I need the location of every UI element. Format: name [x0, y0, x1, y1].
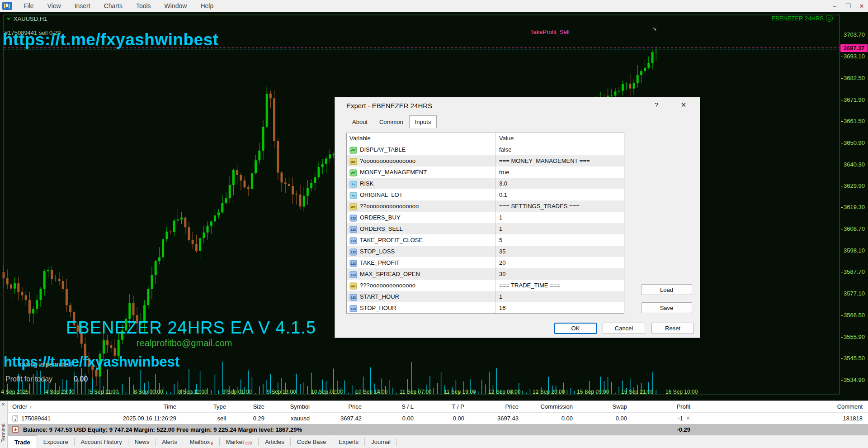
- input-row-orderssell[interactable]: 123ORDERS_SELL1: [347, 223, 624, 234]
- restore-icon[interactable]: ❐: [844, 3, 852, 10]
- column-header-commission[interactable]: Commission: [524, 401, 578, 412]
- input-value[interactable]: 1: [495, 212, 624, 223]
- column-header-sl[interactable]: S / L: [367, 401, 419, 412]
- input-row-risk[interactable]: ½RISK3.0: [347, 178, 624, 189]
- input-row-takeprofit[interactable]: 123TAKE_PROFIT20: [347, 257, 624, 268]
- terminal-tab-journal[interactable]: Journal: [365, 435, 397, 448]
- load-button[interactable]: Load: [641, 284, 692, 295]
- terminal-tab-label: Account History: [81, 438, 122, 445]
- terminal-tab-market[interactable]: Market122: [220, 435, 259, 448]
- terminal-tab-badge: 6: [211, 441, 213, 446]
- input-variable: MONEY_MANAGEMENT: [347, 167, 495, 178]
- terminal-tab-articles[interactable]: Articles: [259, 435, 291, 448]
- minimize-icon[interactable]: –: [831, 3, 838, 10]
- column-header-variable[interactable]: Variable: [347, 133, 495, 144]
- input-row-oooooooooooooooo[interactable]: ab??oooooooooooooooo=== SETTINGS_TRADES …: [347, 200, 624, 212]
- dialog-title: Expert - EBENEZER 24HRS: [346, 102, 432, 110]
- menu-item-window[interactable]: Window: [158, 0, 194, 12]
- menu-item-tools[interactable]: Tools: [129, 0, 158, 12]
- input-variable: ab??oooooooooooooooo: [347, 200, 495, 212]
- column-header-type[interactable]: Type: [182, 401, 231, 412]
- input-value[interactable]: 20: [495, 257, 624, 268]
- order-price-close: 3697.43: [470, 413, 524, 424]
- input-variable: 123TAKE_PROFIT: [347, 257, 495, 268]
- input-value[interactable]: 1: [495, 291, 624, 302]
- input-row-ordersbuy[interactable]: 123ORDERS_BUY1: [347, 212, 624, 223]
- price-axis[interactable]: 3703.703693.103682.503671.903661.503650.…: [840, 12, 868, 400]
- dialog-close-icon[interactable]: ✕: [679, 101, 689, 109]
- close-position-icon[interactable]: ✕: [686, 413, 690, 424]
- menu-item-view[interactable]: View: [41, 0, 68, 12]
- input-row-originallot[interactable]: ½ORIGINAL_LOT0.1: [347, 189, 624, 200]
- menu-item-insert[interactable]: Insert: [68, 0, 97, 12]
- tab-common[interactable]: Common: [373, 116, 409, 129]
- input-value[interactable]: 35: [495, 246, 624, 257]
- input-row-moneymanagement[interactable]: MONEY_MANAGEMENTtrue: [347, 167, 624, 178]
- column-header-value[interactable]: Value: [495, 133, 624, 144]
- time-tick: 5 Sep 11:00: [90, 389, 118, 395]
- order-row[interactable]: 1750894412025.09.16 11:26:29sell0.29xauu…: [8, 413, 868, 424]
- price-tick: 3534.90: [844, 377, 865, 383]
- bool-type-icon: [349, 169, 357, 176]
- input-row-displaytable[interactable]: DISPLAY_TABLEfalse: [347, 144, 624, 155]
- terminal-side-strip: ✕ Terminal: [0, 401, 8, 448]
- input-row-starthour[interactable]: 123START_HOUR1: [347, 291, 624, 302]
- input-variable-name: ?oooooooooooooooo: [360, 155, 415, 167]
- tab-about[interactable]: About: [346, 116, 373, 129]
- smiley-icon[interactable]: ☺: [826, 15, 833, 22]
- inputs-table[interactable]: VariableValueDISPLAY_TABLEfalseab?oooooo…: [346, 133, 624, 314]
- column-header-tp[interactable]: T / P: [419, 401, 470, 412]
- terminal-tab-code-base[interactable]: Code Base: [291, 435, 332, 448]
- input-row-takeprofitclose[interactable]: 123TAKE_PROFIT_CLOSE5: [347, 234, 624, 246]
- column-header-time[interactable]: Time: [108, 401, 182, 412]
- column-header-order[interactable]: Order/: [8, 401, 108, 412]
- price-tick: 3545.50: [844, 355, 865, 362]
- ok-button[interactable]: OK: [554, 323, 597, 334]
- time-tick: 4 Sep 23:00: [45, 389, 75, 395]
- column-header-profit[interactable]: Profit: [632, 401, 696, 412]
- input-value[interactable]: 1: [495, 223, 624, 234]
- terminal-tab-trade[interactable]: Trade: [8, 435, 37, 448]
- int-type-icon: 123: [349, 214, 357, 221]
- close-icon[interactable]: ✕: [858, 3, 865, 10]
- terminal-tab-experts[interactable]: Experts: [332, 435, 365, 448]
- column-header-comment[interactable]: Comment: [696, 401, 868, 412]
- input-value[interactable]: === SETTINGS_TRADES ===: [495, 200, 624, 212]
- cancel-button[interactable]: Cancel: [603, 323, 645, 334]
- input-row-oooooooooooooooo[interactable]: ab?oooooooooooooooo=== MONEY_MANAGEMENT …: [347, 155, 624, 167]
- terminal-tab-exposure[interactable]: Exposure: [37, 435, 75, 448]
- menu-item-charts[interactable]: Charts: [97, 0, 129, 12]
- input-value[interactable]: 0.1: [495, 189, 624, 200]
- input-row-oooooooooooooo[interactable]: ab???oooooooooooooo=== TRADE_TIME ===: [347, 280, 624, 291]
- column-header-symbol[interactable]: Symbol: [270, 401, 315, 412]
- terminal-tab-account-history[interactable]: Account History: [75, 435, 128, 448]
- input-value[interactable]: true: [495, 167, 624, 178]
- input-value[interactable]: 5: [495, 234, 624, 246]
- input-row-maxspreadopen[interactable]: 123MAX_SPREAD_OPEN30: [347, 268, 624, 280]
- menu-item-help[interactable]: Help: [193, 0, 220, 12]
- input-row-stoploss[interactable]: 123STOP_LOSS35: [347, 246, 624, 257]
- input-row-stophour[interactable]: 123STOP_HOUR16: [347, 302, 624, 314]
- input-value[interactable]: false: [495, 144, 624, 155]
- input-value[interactable]: === TRADE_TIME ===: [495, 280, 624, 291]
- input-value[interactable]: 16: [495, 302, 624, 314]
- terminal-tab-mailbox[interactable]: Mailbox6: [183, 435, 219, 448]
- input-value[interactable]: 30: [495, 268, 624, 280]
- column-header-price[interactable]: Price: [315, 401, 367, 412]
- save-button[interactable]: Save: [641, 302, 692, 313]
- help-button[interactable]: ?: [651, 101, 661, 109]
- terminal-tab-news[interactable]: News: [128, 435, 156, 448]
- balance-line: Balance: 9 747.53 USD Equity: 9 747.24 M…: [23, 426, 302, 433]
- tab-inputs[interactable]: Inputs: [409, 115, 437, 128]
- menu-item-file[interactable]: File: [17, 0, 41, 12]
- price-tick: 3661.50: [844, 118, 865, 124]
- column-header-swap[interactable]: Swap: [578, 401, 632, 412]
- input-value[interactable]: === MONEY_MANAGEMENT ===: [495, 155, 624, 167]
- column-header-price[interactable]: Price: [470, 401, 524, 412]
- input-value[interactable]: 3.0: [495, 178, 624, 189]
- reset-button[interactable]: Reset: [651, 323, 694, 334]
- terminal-close-icon[interactable]: ✕: [1, 402, 5, 407]
- chevron-down-icon[interactable]: [6, 18, 11, 20]
- terminal-tab-alerts[interactable]: Alerts: [156, 435, 183, 448]
- column-header-size[interactable]: Size: [231, 401, 270, 412]
